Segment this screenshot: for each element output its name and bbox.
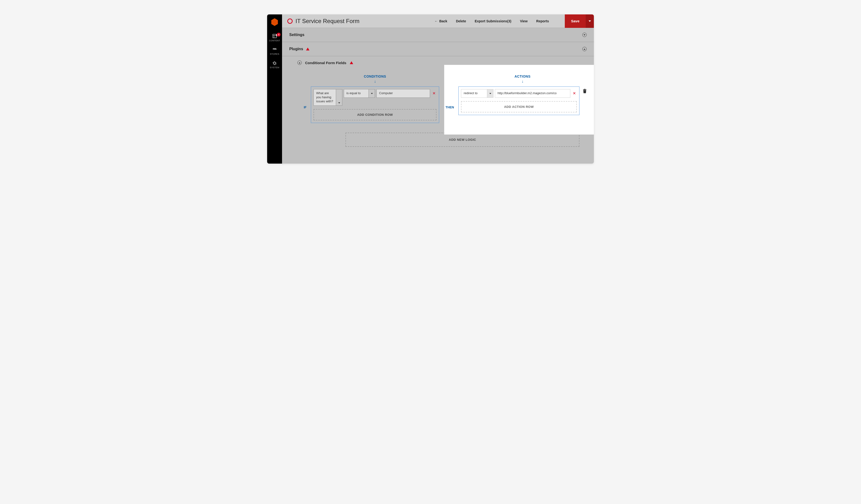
sidebar-item-content[interactable]: 4 CONTENT bbox=[267, 33, 282, 42]
topbar-actions: ← Back Delete Export Submissions(3) View… bbox=[434, 14, 594, 28]
back-arrow-icon: ← bbox=[434, 19, 438, 23]
chevron-down-icon[interactable] bbox=[582, 33, 587, 37]
action-type-value: redirect to bbox=[461, 90, 487, 97]
sidebar-item-label: CONTENT bbox=[269, 39, 280, 42]
actions-heading: ACTIONS bbox=[515, 74, 531, 78]
magento-logo[interactable] bbox=[271, 18, 278, 26]
condition-row: What are you having issues with? is equa… bbox=[314, 89, 437, 106]
if-label: IF bbox=[297, 88, 306, 109]
content-area: Settings Plugins Conditional Form Fi bbox=[282, 28, 594, 164]
then-label: THEN bbox=[443, 88, 454, 109]
conditions-block: What are you having issues with? is equa… bbox=[311, 86, 439, 123]
dropdown-icon[interactable] bbox=[336, 90, 342, 106]
stores-icon bbox=[272, 47, 277, 52]
sidebar-item-system[interactable]: SYSTEM bbox=[267, 61, 282, 69]
save-button[interactable]: Save bbox=[565, 14, 586, 28]
page-title: IT Service Request Form bbox=[296, 18, 359, 25]
action-row: redirect to http://blueformbuilder.m2.ma… bbox=[461, 89, 577, 98]
remove-action-button[interactable]: ✕ bbox=[572, 89, 577, 97]
logic-area: IF CONDITIONS ↓ What are you having issu… bbox=[282, 67, 594, 164]
add-logic-button[interactable]: ADD NEW LOGIC bbox=[345, 133, 579, 147]
sidebar-item-stores[interactable]: STORES bbox=[267, 47, 282, 55]
action-value-input[interactable]: http://blueformbuilder.m2.magezon.com/co bbox=[495, 89, 570, 98]
chevron-up-icon[interactable] bbox=[582, 47, 587, 51]
panel-plugins[interactable]: Plugins bbox=[282, 42, 594, 56]
dropdown-icon[interactable] bbox=[369, 90, 375, 97]
warning-icon bbox=[350, 61, 353, 64]
reports-button[interactable]: Reports bbox=[536, 19, 549, 23]
condition-operator-value: is equal to bbox=[344, 90, 369, 97]
delete-logic-button[interactable] bbox=[582, 86, 587, 93]
dropdown-icon[interactable] bbox=[487, 90, 493, 97]
action-type-select[interactable]: redirect to bbox=[461, 89, 493, 98]
app-window: 4 CONTENT STORES SYSTEM IT Service Reque… bbox=[267, 14, 594, 164]
main-content: IT Service Request Form ← Back Delete Ex… bbox=[282, 14, 594, 164]
condition-field-select[interactable]: What are you having issues with? bbox=[314, 89, 342, 106]
actions-column: ACTIONS ↓ redirect to http://blueformbui… bbox=[459, 74, 587, 115]
condition-field-value: What are you having issues with? bbox=[314, 90, 336, 106]
remove-condition-button[interactable]: ✕ bbox=[432, 89, 437, 97]
conditions-heading: CONDITIONS bbox=[364, 74, 386, 78]
view-button[interactable]: View bbox=[520, 19, 528, 23]
arrow-down-icon: ↓ bbox=[374, 79, 376, 84]
warning-icon bbox=[306, 47, 310, 51]
chevron-up-icon[interactable] bbox=[297, 60, 302, 65]
gear-icon bbox=[272, 61, 277, 65]
add-action-button[interactable]: ADD ACTION ROW bbox=[461, 101, 577, 112]
plugins-label: Plugins bbox=[289, 47, 303, 51]
sidebar-item-label: STORES bbox=[270, 53, 279, 55]
add-logic-wrap: ADD NEW LOGIC bbox=[297, 133, 587, 154]
sidebar: 4 CONTENT STORES SYSTEM bbox=[267, 14, 282, 164]
sidebar-item-label: SYSTEM bbox=[270, 66, 279, 69]
condition-value-input[interactable]: Computer bbox=[377, 89, 430, 98]
save-button-group: Save bbox=[565, 14, 594, 28]
delete-button[interactable]: Delete bbox=[456, 19, 466, 23]
back-button[interactable]: ← Back bbox=[434, 19, 447, 23]
page-title-wrap: IT Service Request Form bbox=[287, 18, 434, 25]
actions-block: redirect to http://blueformbuilder.m2.ma… bbox=[459, 86, 579, 115]
export-button[interactable]: Export Submissions(3) bbox=[475, 19, 511, 23]
title-circle-icon bbox=[287, 18, 292, 24]
arrow-down-icon: ↓ bbox=[521, 79, 523, 84]
conditions-column: CONDITIONS ↓ What are you having issues … bbox=[311, 74, 439, 123]
back-label: Back bbox=[439, 19, 447, 23]
add-condition-button[interactable]: ADD CONDITION ROW bbox=[314, 109, 437, 120]
panel-settings-title: Settings bbox=[289, 33, 304, 37]
notification-badge: 4 bbox=[277, 33, 281, 37]
conditional-label: Conditional Form Fields bbox=[305, 61, 346, 65]
condition-operator-select[interactable]: is equal to bbox=[344, 89, 375, 98]
save-dropdown[interactable] bbox=[586, 14, 594, 28]
topbar: IT Service Request Form ← Back Delete Ex… bbox=[282, 14, 594, 28]
panel-settings[interactable]: Settings bbox=[282, 28, 594, 42]
panel-plugins-title: Plugins bbox=[289, 47, 310, 51]
chevron-down-icon bbox=[589, 21, 591, 22]
